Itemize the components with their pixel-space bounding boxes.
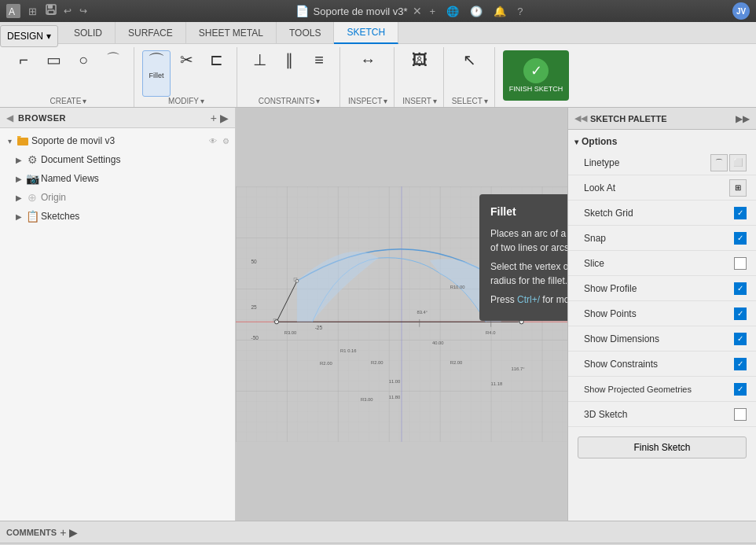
- svg-text:R2.00: R2.00: [450, 360, 463, 365]
- finish-sketch-btn[interactable]: ✓ FINISH SKETCH: [503, 50, 570, 101]
- svg-text:116.7°: 116.7°: [512, 366, 525, 371]
- tab-sketch[interactable]: SKETCH: [334, 22, 398, 44]
- insert-arrow: ▾: [433, 97, 437, 105]
- tree-item-named-views[interactable]: ▶ 📷 Named Views: [0, 169, 235, 188]
- insert-tools: 🖼: [406, 47, 434, 97]
- svg-rect-3: [48, 5, 53, 9]
- origin-icon: ⊕: [25, 190, 39, 204]
- linetype-btn1[interactable]: ⌒: [710, 154, 728, 171]
- constraint2-btn[interactable]: ∥: [275, 50, 303, 97]
- select-label: SELECT ▾: [452, 97, 488, 107]
- tree-item-sketches[interactable]: ▶ 📋 Sketches: [0, 207, 235, 226]
- browser-title: BROWSER: [18, 113, 66, 123]
- tab-tools[interactable]: TOOLS: [277, 22, 334, 44]
- tree-item-root[interactable]: ▾ Soporte de movil v3 👁 ⚙: [0, 131, 235, 150]
- create-arrow: ▾: [83, 97, 86, 105]
- status-bar: COMMENTS + ▶: [0, 521, 756, 543]
- 3d-sketch-checkbox[interactable]: [734, 408, 747, 421]
- ribbon-group-modify: ⌒ Fillet ✂ ⊏ MODIFY ▾: [136, 47, 237, 107]
- inspect-arrow: ▾: [384, 97, 387, 105]
- show-points-checkbox[interactable]: ✓: [734, 307, 747, 320]
- tooltip-desc3: Press Ctrl+/ for more help.: [490, 293, 567, 307]
- tab-surface[interactable]: SURFACE: [116, 22, 186, 44]
- options-header[interactable]: ▾ Options: [568, 133, 756, 150]
- lookat-control: ⊞: [729, 179, 747, 197]
- rect-btn[interactable]: ▭: [39, 50, 68, 97]
- tab-solid[interactable]: SOLID: [61, 22, 116, 44]
- select-tools: ↖: [456, 47, 484, 97]
- snap-checkbox[interactable]: ✓: [734, 232, 747, 245]
- root-toggle[interactable]: ▾: [3, 134, 16, 147]
- named-views-toggle[interactable]: ▶: [13, 172, 25, 185]
- palette-title: SKETCH PALETTE: [590, 114, 667, 123]
- svg-text:11.00: 11.00: [389, 379, 401, 384]
- trim-btn[interactable]: ✂: [172, 50, 200, 97]
- origin-toggle[interactable]: ▶: [13, 191, 25, 204]
- select1-btn[interactable]: ↖: [456, 50, 484, 97]
- show-profile-checkbox[interactable]: ✓: [734, 282, 747, 295]
- svg-text:R4.0: R4.0: [486, 330, 496, 335]
- tree-item-doc-settings[interactable]: ▶ ⚙ Document Settings: [0, 150, 235, 169]
- palette-finish-btn[interactable]: Finish Sketch: [578, 436, 747, 458]
- palette-row-snap: Snap ✓: [568, 226, 756, 251]
- new-tab-btn[interactable]: +: [427, 4, 439, 19]
- palette-collapse-icon[interactable]: ◀◀: [574, 113, 587, 123]
- inspect1-btn[interactable]: ↔: [354, 50, 382, 97]
- grid-menu-btn[interactable]: ⊞: [25, 4, 40, 19]
- insert1-btn[interactable]: 🖼: [406, 50, 434, 97]
- clock-btn[interactable]: 🕐: [467, 4, 486, 19]
- constraint1-btn[interactable]: ⊥: [245, 50, 273, 97]
- palette-row-show-dimensions: Show Dimensions ✓: [568, 326, 756, 352]
- svg-text:50: 50: [251, 259, 257, 264]
- app-icon: A: [6, 4, 20, 18]
- palette-row-lookat: Look At ⊞: [568, 175, 756, 201]
- line-btn[interactable]: ⌐: [9, 50, 38, 97]
- fillet-btn[interactable]: ⌒ Fillet: [142, 50, 171, 97]
- browser-expand-btn[interactable]: +: [211, 112, 217, 124]
- tab-sheet-metal[interactable]: SHEET METAL: [186, 22, 277, 44]
- offset-btn[interactable]: ⊏: [202, 50, 230, 97]
- circle-btn[interactable]: ○: [69, 50, 97, 97]
- finish-sketch-icon: ✓: [523, 58, 549, 83]
- fillet-tooltip: Fillet Places an arc of a specified radi…: [479, 194, 567, 321]
- design-btn[interactable]: DESIGN ▾: [0, 25, 58, 47]
- undo-btn[interactable]: ↩: [62, 4, 73, 18]
- show-projected-label: Show Projected Geometries: [584, 385, 692, 394]
- show-projected-checkbox[interactable]: ✓: [734, 383, 747, 396]
- help-btn[interactable]: ?: [514, 4, 526, 19]
- doc-settings-toggle[interactable]: ▶: [13, 153, 25, 166]
- linetype-btn2[interactable]: ⬜: [729, 154, 747, 171]
- root-visibility[interactable]: 👁: [207, 134, 219, 147]
- arc-btn[interactable]: ⌒: [99, 50, 127, 97]
- close-btn[interactable]: ✕: [413, 5, 422, 17]
- sketches-toggle[interactable]: ▶: [13, 210, 25, 223]
- lookat-btn[interactable]: ⊞: [729, 179, 747, 197]
- modify-tools: ⌒ Fillet ✂ ⊏: [142, 47, 230, 97]
- ribbon-tabs: DESIGN ▾ SOLID SURFACE SHEET METAL TOOLS…: [0, 22, 756, 44]
- svg-rect-5: [17, 138, 28, 145]
- redo-btn[interactable]: ↪: [78, 4, 89, 18]
- palette-header: ◀◀ SKETCH PALETTE ▶▶: [568, 108, 756, 130]
- top-bar-left: A ⊞ ↩ ↪: [6, 3, 89, 19]
- sketches-label: Sketches: [41, 211, 232, 222]
- show-dimensions-checkbox[interactable]: ✓: [734, 333, 747, 345]
- comments-expand-btn[interactable]: ▶: [69, 526, 78, 539]
- create-label: CREATE ▾: [50, 97, 87, 107]
- save-btn[interactable]: [45, 3, 57, 19]
- show-constraints-checkbox[interactable]: ✓: [734, 358, 747, 370]
- constraint3-btn[interactable]: ≡: [305, 50, 333, 97]
- comments-label: COMMENTS: [6, 528, 57, 537]
- canvas-area[interactable]: 25 -50 50 -25: [236, 108, 567, 521]
- browser-filter-btn[interactable]: ▶: [220, 112, 229, 124]
- back-btn[interactable]: 🌐: [443, 4, 462, 19]
- svg-text:11.80: 11.80: [389, 395, 401, 400]
- slice-checkbox[interactable]: [734, 257, 747, 270]
- ribbon-group-create: ⌐ ▭ ○ ⌒ CREATE ▾: [3, 47, 134, 107]
- root-settings[interactable]: ⚙: [219, 134, 232, 147]
- bell-btn[interactable]: 🔔: [490, 4, 509, 19]
- palette-expand-btn[interactable]: ▶▶: [736, 113, 750, 124]
- constraint2-icon: ∥: [285, 52, 293, 68]
- sketch-grid-checkbox[interactable]: ✓: [734, 207, 747, 219]
- comments-add-btn[interactable]: +: [60, 526, 66, 539]
- tree-item-origin[interactable]: ▶ ⊕ Origin: [0, 188, 235, 207]
